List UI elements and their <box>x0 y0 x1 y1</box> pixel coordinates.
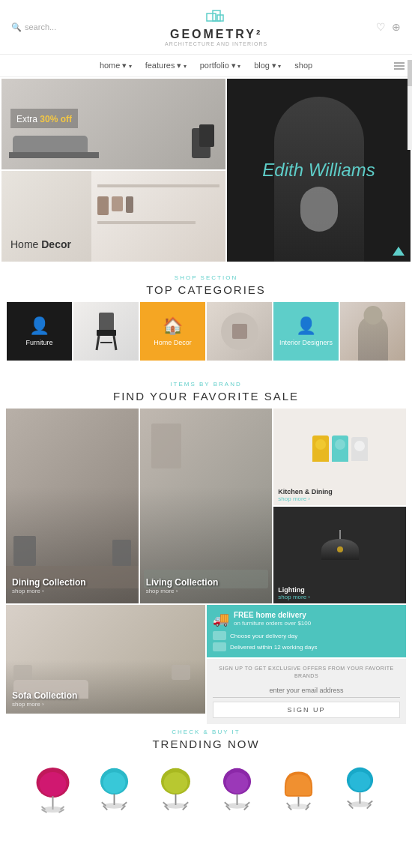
svg-point-49 <box>348 801 371 807</box>
search-icon: 🔍 <box>11 22 22 32</box>
hero-discount-text: Extra 30% off <box>10 109 78 128</box>
search-label: search... <box>25 22 56 31</box>
category-person-photo[interactable] <box>340 302 405 361</box>
sofa-shop: shop more › <box>12 701 77 708</box>
living-text: Living Collection shop more › <box>146 577 219 594</box>
svg-point-17 <box>103 772 125 793</box>
hero-right-panel: Edith Williams <box>227 79 411 262</box>
lighting-link: shop more › <box>278 594 402 600</box>
logo-text: GEOMETRY² <box>165 28 267 41</box>
hero-home-text: Home <box>10 238 41 250</box>
wishlist-icon[interactable]: ♡ <box>376 21 386 33</box>
furniture-icon: 👤 <box>29 316 49 336</box>
signup-submit-button[interactable]: sign up <box>213 702 400 718</box>
living-item[interactable]: Living Collection shop more › <box>140 409 273 603</box>
furniture-label: Furniture <box>25 339 52 346</box>
hero-decor-bold: Decor <box>41 238 71 250</box>
hero-decor-text: Home Decor <box>10 238 71 250</box>
svg-point-27 <box>164 803 187 808</box>
categories-section: SHOP SECTION TOP CATEGORIES 👤 Furniture … <box>0 263 412 372</box>
lighting-title: Lighting <box>278 586 402 594</box>
scrollbar[interactable] <box>408 60 412 150</box>
nav-menu-icon[interactable] <box>394 62 405 70</box>
delivery-sub: on furniture orders over $100 <box>234 620 311 627</box>
sofa-item[interactable]: Sofa Collection shop more › <box>6 605 205 714</box>
sofa-text: Sofa Collection shop more › <box>12 690 77 708</box>
svg-point-19 <box>103 803 125 808</box>
living-label: Living Collection <box>146 577 219 588</box>
svg-line-5 <box>97 336 99 350</box>
category-furniture[interactable]: 👤 Furniture <box>7 302 72 361</box>
category-interior-photo[interactable] <box>207 302 272 361</box>
main-nav: home ▾ features ▾ portfolio ▾ blog ▾ sho… <box>0 55 412 77</box>
home-decor-label: Home Decor <box>154 339 192 346</box>
logo-sub: ARCHITECTURE AND INTERIORS <box>165 41 267 46</box>
search-box[interactable]: 🔍 search... <box>11 22 56 32</box>
hero-extra-text: Extra <box>16 114 40 124</box>
sale-sub: ITEMS BY BRAND <box>0 381 412 388</box>
signup-email-input[interactable] <box>213 684 400 698</box>
product-chair-5[interactable] <box>268 760 328 820</box>
product-chair-6[interactable] <box>330 760 390 820</box>
hero-bottom-panel: Home Decor <box>1 171 225 262</box>
category-home-decor[interactable]: 🏠 Home Decor <box>140 302 205 361</box>
kitchen-title: Kitchen & Dining <box>278 488 402 495</box>
sale-title: FIND YOUR FAVORITE SALE <box>0 390 412 403</box>
sale-header: ITEMS BY BRAND FIND YOUR FAVORITE SALE <box>0 372 412 409</box>
nav-shop[interactable]: shop <box>294 61 312 70</box>
nav-blog[interactable]: blog ▾ <box>254 61 281 70</box>
lighting-box[interactable]: Lighting shop more › <box>273 507 406 603</box>
delivery-truck-icon: 🚚 <box>213 611 229 627</box>
kitchen-box[interactable]: Kitchen & Dining shop more › <box>273 409 406 505</box>
hero-left: Extra 30% off Home Decor <box>1 79 225 262</box>
header: 🔍 search... GEOMETRY² ARCHITECTURE AND I… <box>0 0 412 55</box>
delivery-feat2: Delivered within 12 working days <box>230 644 318 651</box>
chair-illustration <box>88 309 125 354</box>
kitchen-link: shop more › <box>278 495 402 502</box>
hero-top-panel: Extra 30% off <box>1 79 225 169</box>
side-column: Kitchen & Dining shop more › Lightin <box>273 409 406 603</box>
bottom-sale-row: Sofa Collection shop more › 🚚 FREE home … <box>0 605 412 720</box>
product-chair-4[interactable] <box>207 760 267 820</box>
header-actions: ♡ ⊕ <box>376 21 401 33</box>
interior-designer-icon: 👤 <box>296 316 316 336</box>
trending-section: CHECK & BUY IT TRENDING NOW <box>0 720 412 835</box>
categories-header: SHOP SECTION TOP CATEGORIES <box>0 263 412 302</box>
logo: GEOMETRY² ARCHITECTURE AND INTERIORS <box>165 7 267 46</box>
delivery-box: 🚚 FREE home delivery on furniture orders… <box>207 605 406 657</box>
categories-title: TOP CATEGORIES <box>0 283 412 296</box>
trending-title: TRENDING NOW <box>0 738 412 750</box>
dining-item[interactable]: Dining Collection shop more › <box>6 409 139 603</box>
svg-point-25 <box>163 772 187 793</box>
trending-sub: CHECK & BUY IT <box>0 729 412 735</box>
category-interior-designers[interactable]: 👤 Interior Designers <box>273 302 339 361</box>
home-decor-icon: 🏠 <box>163 316 183 336</box>
product-chair-1[interactable] <box>22 760 82 820</box>
logo-geo-icon <box>165 7 267 26</box>
scrollbar-thumb <box>408 60 412 86</box>
svg-rect-4 <box>97 330 116 336</box>
category-chair[interactable] <box>73 302 139 361</box>
nav-features[interactable]: features ▾ <box>145 61 187 70</box>
svg-point-33 <box>225 772 248 793</box>
categories-grid: 👤 Furniture 🏠 Home Decor <box>0 302 412 368</box>
interior-designer-label: Interior Designers <box>279 339 333 346</box>
hero-discount-amount: 30% off <box>40 114 72 124</box>
nav-home[interactable]: home ▾ <box>100 61 132 70</box>
trending-header: CHECK & BUY IT TRENDING NOW <box>0 720 412 756</box>
nav-portfolio[interactable]: portfolio ▾ <box>200 61 240 70</box>
delivery-title: FREE home delivery <box>234 611 311 620</box>
sale-grid: Dining Collection shop more › Living Col… <box>0 409 412 605</box>
svg-point-41 <box>288 804 309 809</box>
svg-line-6 <box>114 336 116 350</box>
sofa-label: Sofa Collection <box>12 690 77 701</box>
dining-label: Dining Collection <box>12 577 86 588</box>
info-column: 🚚 FREE home delivery on furniture orders… <box>207 605 406 714</box>
svg-rect-1 <box>213 10 220 21</box>
hero-arrow-up[interactable] <box>393 247 405 256</box>
product-chair-3[interactable] <box>145 760 205 820</box>
svg-rect-3 <box>99 313 114 331</box>
product-chair-2[interactable] <box>84 760 144 820</box>
cart-icon[interactable]: ⊕ <box>392 21 401 33</box>
svg-point-47 <box>349 771 370 791</box>
